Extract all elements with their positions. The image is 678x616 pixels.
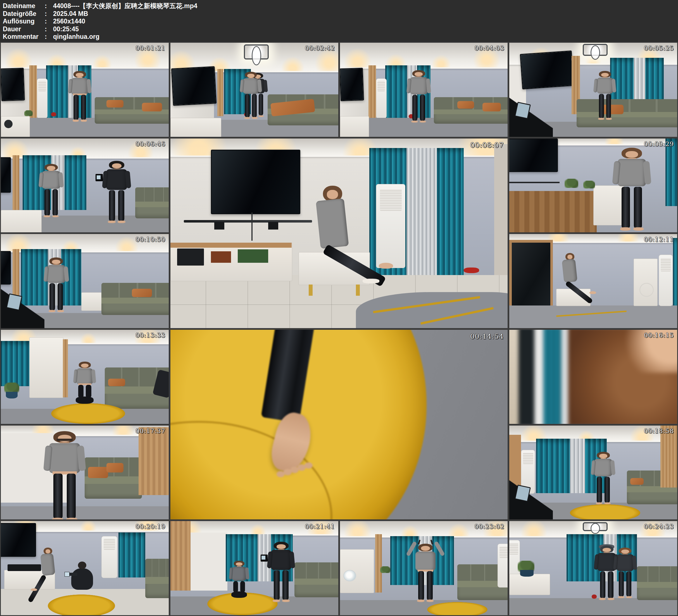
video-thumbnail: 00:06:46 (1, 139, 169, 233)
meta-separator: : (45, 10, 53, 18)
meta-value-filesize: 2025.04 MB (53, 10, 678, 18)
video-thumbnail: 00:02:42 (171, 43, 338, 137)
thumbnail-image (509, 521, 677, 615)
meta-value-resolution: 2560x1440 (53, 17, 678, 26)
thumbnail-image (509, 139, 677, 233)
timestamp-overlay: 00:02:42 (305, 45, 335, 52)
video-thumbnail-large: 00:14:54 (171, 330, 508, 519)
timestamp-overlay: 00:23:02 (474, 523, 504, 530)
thumbnail-image (509, 426, 677, 519)
video-thumbnail: 00:13:33 (1, 330, 169, 424)
meta-label: Kommentar (3, 33, 45, 41)
timestamp-overlay: 00:12:11 (644, 236, 674, 243)
thumbnail-image (171, 139, 508, 328)
video-thumbnail: 00:21:41 (171, 521, 338, 615)
video-thumbnail: 00:16:15 (509, 330, 677, 424)
video-thumbnail: 00:23:02 (340, 521, 508, 615)
thumbnail-image (340, 43, 508, 137)
meta-label: Dauer (3, 26, 45, 33)
meta-row-comment: Kommentar : qinglanhua.org (3, 33, 678, 41)
timestamp-overlay: 00:01:21 (136, 45, 165, 52)
timestamp-overlay: 00:21:41 (305, 523, 335, 530)
thumbnail-image (1, 234, 169, 328)
timestamp-overlay: 00:24:23 (644, 523, 674, 530)
timestamp-overlay: 00:14:54 (470, 332, 504, 340)
timestamp-overlay: 00:18:58 (644, 427, 674, 434)
meta-separator: : (45, 26, 53, 33)
file-info-header: Dateiname : 44008----【李大侠原创】应聘之新模晓琴五花.mp… (0, 0, 678, 42)
meta-value-comment: qinglanhua.org (53, 33, 678, 41)
meta-row-filename: Dateiname : 44008----【李大侠原创】应聘之新模晓琴五花.mp… (3, 2, 678, 10)
meta-label: Dateiname (3, 2, 45, 10)
video-thumbnail-large: 00:08:07 (171, 139, 508, 328)
thumbnail-image (1, 43, 169, 137)
timestamp-overlay: 00:06:46 (136, 141, 165, 147)
timestamp-overlay: 00:10:50 (136, 236, 165, 243)
thumbnail-image (1, 330, 169, 424)
video-thumbnail: 00:10:50 (1, 234, 169, 328)
meta-row-filesize: Dateigröße : 2025.04 MB (3, 10, 678, 18)
thumbnail-image (1, 426, 169, 519)
video-thumbnail: 00:05:25 (509, 43, 677, 137)
video-thumbnail: 00:24:23 (509, 521, 677, 615)
video-thumbnail: 00:20:19 (1, 521, 169, 615)
meta-separator: : (45, 2, 53, 10)
thumbnail-image (1, 521, 169, 615)
meta-label: Dateigröße (3, 10, 45, 18)
timestamp-overlay: 00:17:37 (136, 427, 165, 434)
video-thumbnail: 00:04:03 (340, 43, 508, 137)
thumbnail-image (340, 521, 508, 615)
timestamp-overlay: 00:16:15 (644, 332, 674, 339)
meta-row-resolution: Auflösung : 2560x1440 (3, 17, 678, 26)
timestamp-overlay: 00:20:19 (136, 523, 165, 530)
meta-row-duration: Dauer : 00:25:45 (3, 26, 678, 33)
thumbnail-image (171, 330, 508, 519)
thumbnail-image (171, 43, 338, 137)
video-thumbnail: 00:17:37 (1, 426, 169, 519)
thumbnail-image (509, 234, 677, 328)
thumbnail-grid: 00:01:21 00:02:42 00:04:03 00:05:25 00:0… (0, 42, 678, 616)
timestamp-overlay: 00:04:03 (474, 45, 504, 52)
video-thumbnail: 00:12:11 (509, 234, 677, 328)
meta-label: Auflösung (3, 17, 45, 26)
meta-separator: : (45, 33, 53, 41)
video-thumbnail: 00:01:21 (1, 43, 169, 137)
thumbnail-image (1, 139, 169, 233)
timestamp-overlay: 00:05:25 (644, 45, 674, 52)
timestamp-overlay: 00:09:29 (644, 141, 674, 147)
meta-separator: : (45, 17, 53, 26)
meta-value-filename: 44008----【李大侠原创】应聘之新模晓琴五花.mp4 (53, 2, 678, 10)
video-thumbnail: 00:09:29 (509, 139, 677, 233)
meta-value-duration: 00:25:45 (53, 26, 678, 33)
thumbnail-image (509, 330, 677, 424)
thumbnail-image (171, 521, 338, 615)
video-thumbnail: 00:18:58 (509, 426, 677, 519)
timestamp-overlay: 00:13:33 (136, 332, 165, 339)
thumbnail-image (509, 43, 677, 137)
timestamp-overlay: 00:08:07 (470, 141, 504, 149)
